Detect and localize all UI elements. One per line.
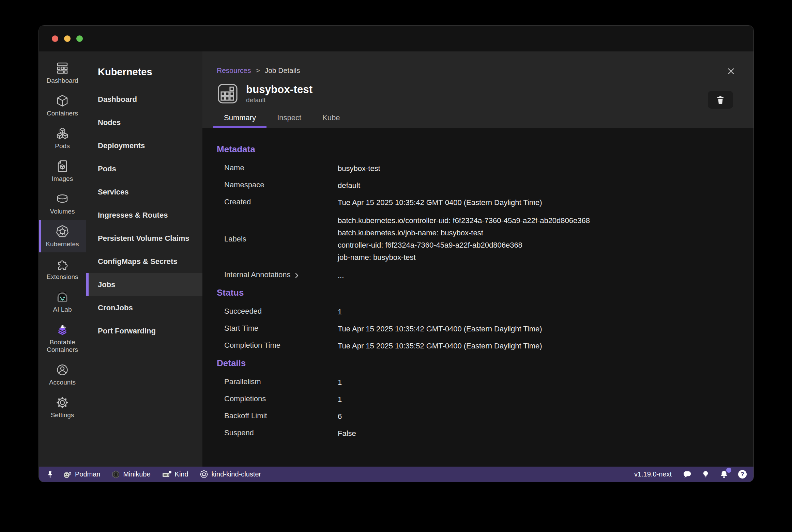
details-row-parallelism: Parallelism 1 bbox=[217, 374, 739, 391]
titlebar bbox=[39, 26, 753, 51]
maximize-window-button[interactable] bbox=[76, 35, 83, 42]
rail-item-volumes[interactable]: Volumes bbox=[39, 187, 86, 220]
rail-item-label: Extensions bbox=[47, 273, 78, 281]
sidebar-item-ingresses-routes[interactable]: Ingresses & Routes bbox=[86, 204, 202, 227]
bootable-containers-icon bbox=[55, 322, 70, 337]
notification-dot bbox=[726, 468, 731, 473]
rail-item-label: Settings bbox=[51, 411, 74, 419]
tab-kube[interactable]: Kube bbox=[322, 113, 340, 128]
namespace-label: default bbox=[246, 96, 313, 104]
close-window-button[interactable] bbox=[52, 35, 58, 42]
status-row-start-time: Start Time Tue Apr 15 2025 10:35:42 GMT-… bbox=[217, 320, 739, 338]
rail-item-settings[interactable]: Settings bbox=[39, 391, 86, 423]
label-line: controller-uid: f6f2324a-7360-45a9-a22f-… bbox=[338, 239, 590, 251]
rail-item-label: Dashboard bbox=[47, 77, 78, 84]
page-title: busybox-test bbox=[246, 83, 313, 96]
kubernetes-cluster-icon bbox=[199, 470, 209, 479]
traffic-lights bbox=[52, 35, 83, 42]
summary-content: Metadata Name busybox-test Namespace def… bbox=[202, 128, 753, 467]
rail-item-label: Images bbox=[52, 175, 73, 183]
kubernetes-icon bbox=[55, 224, 70, 239]
sidebar-item-dashboard[interactable]: Dashboard bbox=[86, 88, 202, 111]
main-panel: Resources > Job Details bbox=[202, 51, 753, 467]
metadata-heading: Metadata bbox=[217, 144, 739, 155]
sidebar-item-jobs[interactable]: Jobs bbox=[86, 273, 202, 296]
chevron-right-icon[interactable] bbox=[294, 271, 300, 280]
status-section: Status Succeeded 1 Start Time Tue Apr 15… bbox=[217, 287, 739, 355]
rail-item-bootable-containers[interactable]: Bootable Containers bbox=[39, 318, 86, 358]
rail-item-label: Kubernetes bbox=[46, 240, 79, 248]
volumes-icon bbox=[56, 191, 69, 206]
delete-job-button[interactable] bbox=[708, 91, 733, 109]
sidebar-item-cronjobs[interactable]: CronJobs bbox=[86, 296, 202, 319]
rail-item-containers[interactable]: Containers bbox=[39, 89, 86, 122]
status-bar: Podman Minikube bbox=[39, 467, 753, 482]
rail-item-label: Accounts bbox=[49, 379, 76, 386]
icon-rail: Dashboard Containers bbox=[39, 51, 86, 467]
settings-icon bbox=[56, 395, 69, 410]
metadata-row-created: Created Tue Apr 15 2025 10:35:42 GMT-040… bbox=[217, 194, 739, 211]
sidebar-item-services[interactable]: Services bbox=[86, 181, 202, 204]
label-line: job-name: busybox-test bbox=[338, 251, 590, 264]
details-heading: Details bbox=[217, 358, 739, 369]
metadata-row-labels: Labels batch.kubernetes.io/controller-ui… bbox=[217, 211, 739, 267]
statusbar-item-kind[interactable]: Kind bbox=[158, 470, 192, 479]
sidebar-item-configmaps-secrets[interactable]: ConfigMaps & Secrets bbox=[86, 250, 202, 273]
breadcrumb-resources-link[interactable]: Resources bbox=[217, 66, 251, 75]
accounts-icon bbox=[56, 362, 69, 377]
job-details-header: Resources > Job Details bbox=[202, 51, 753, 128]
label-line: batch.kubernetes.io/job-name: busybox-te… bbox=[338, 227, 590, 239]
job-icon bbox=[217, 83, 239, 105]
minimize-window-button[interactable] bbox=[64, 35, 71, 42]
rail-item-dashboard[interactable]: Dashboard bbox=[39, 56, 86, 89]
rail-item-kubernetes[interactable]: Kubernetes bbox=[39, 220, 86, 252]
statusbar-item-minikube[interactable]: Minikube bbox=[108, 470, 154, 479]
breadcrumb-current: Job Details bbox=[265, 66, 300, 75]
sidebar-item-persistent-volume-claims[interactable]: Persistent Volume Claims bbox=[86, 227, 202, 250]
version-label: v1.19.0-next bbox=[634, 470, 672, 478]
podman-icon bbox=[62, 470, 72, 479]
breadcrumb: Resources > Job Details bbox=[217, 51, 753, 75]
tab-inspect[interactable]: Inspect bbox=[277, 113, 301, 128]
rail-item-pods[interactable]: Pods bbox=[39, 122, 86, 154]
details-section: Details Parallelism 1 Completions 1 Back… bbox=[217, 358, 739, 442]
trash-icon bbox=[715, 95, 726, 105]
rail-item-images[interactable]: Images bbox=[39, 154, 86, 187]
metadata-section: Metadata Name busybox-test Namespace def… bbox=[217, 144, 739, 284]
sidebar-item-nodes[interactable]: Nodes bbox=[86, 111, 202, 134]
rail-item-label: Pods bbox=[55, 142, 70, 150]
label-line: batch.kubernetes.io/controller-uid: f6f2… bbox=[338, 215, 590, 227]
feedback-icon[interactable] bbox=[683, 470, 692, 479]
internal-annotations-label: Internal Annotations bbox=[224, 270, 290, 279]
rail-item-accounts[interactable]: Accounts bbox=[39, 358, 86, 391]
kind-icon bbox=[162, 470, 172, 479]
help-glyph: ? bbox=[738, 470, 747, 479]
statusbar-item-kind-kind-cluster[interactable]: kind-kind-cluster bbox=[196, 470, 264, 479]
close-icon[interactable] bbox=[726, 66, 736, 76]
rail-item-label: Bootable Containers bbox=[40, 339, 85, 354]
help-icon[interactable]: ? bbox=[738, 470, 747, 479]
metadata-row-namespace: Namespace default bbox=[217, 177, 739, 194]
sidebar-item-deployments[interactable]: Deployments bbox=[86, 134, 202, 157]
details-row-backoff-limit: Backoff Limit 6 bbox=[217, 408, 739, 425]
images-icon bbox=[56, 159, 69, 174]
sidebar-item-pods[interactable]: Pods bbox=[86, 157, 202, 181]
rail-item-label: AI Lab bbox=[53, 306, 72, 313]
containers-icon bbox=[56, 93, 69, 108]
details-row-suspend: Suspend False bbox=[217, 425, 739, 442]
tab-summary[interactable]: Summary bbox=[224, 113, 256, 128]
breadcrumb-separator: > bbox=[256, 66, 260, 75]
extensions-icon bbox=[56, 257, 69, 272]
lightbulb-icon[interactable] bbox=[701, 470, 710, 479]
notifications-bell-icon[interactable] bbox=[719, 470, 729, 479]
sidebar-title: Kubernetes bbox=[86, 51, 202, 88]
rail-item-label: Containers bbox=[47, 110, 78, 117]
sidebar-item-port-forwarding[interactable]: Port Forwarding bbox=[86, 319, 202, 343]
statusbar-item-podman[interactable]: Podman bbox=[59, 470, 104, 479]
rail-item-extensions[interactable]: Extensions bbox=[39, 252, 86, 285]
kubernetes-sidebar: Kubernetes Dashboard Nodes Deployments P… bbox=[86, 51, 202, 467]
rail-item-ai-lab[interactable]: AI Lab bbox=[39, 285, 86, 318]
pin-icon[interactable] bbox=[46, 470, 55, 479]
ai-lab-icon bbox=[55, 290, 70, 304]
status-heading: Status bbox=[217, 287, 739, 298]
